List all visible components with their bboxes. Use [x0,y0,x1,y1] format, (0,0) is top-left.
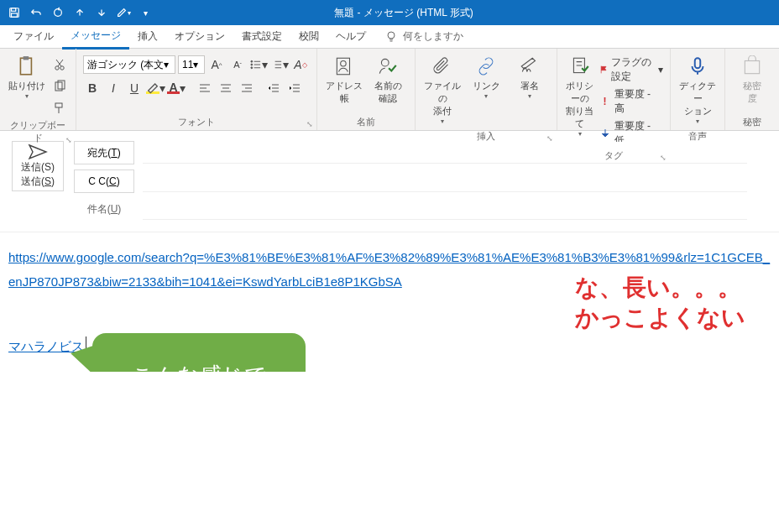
address-book-icon [333,55,355,77]
dialog-launcher-icon[interactable]: ⤡ [660,154,667,162]
compose-header: 送信(S) 送信(S) 宛先(T) C C(C) 件名(U) [0,131,779,225]
font-color-button[interactable]: A▾ [167,79,186,97]
tab-file[interactable]: ファイル [5,25,62,48]
italic-button[interactable]: I [104,79,123,97]
svg-rect-6 [24,56,29,60]
underline-button[interactable]: U [125,79,144,97]
send-icon [28,143,48,160]
tab-review[interactable]: 校閲 [290,25,327,48]
send-button[interactable]: 送信(S) 送信(S) [12,141,64,191]
svg-rect-20 [745,61,759,74]
dialog-launcher-icon[interactable]: ⤡ [546,134,553,143]
font-size-selector[interactable]: 11▾ [178,55,205,74]
callout-green: こんな感じで 短くしたい [92,333,306,372]
grow-font-icon[interactable]: A^ [207,55,226,74]
save-icon[interactable] [5,3,24,22]
edit-icon[interactable]: ▾ [114,3,133,22]
group-voice: ディクテー ション▾ 音声 [671,49,725,130]
check-names-icon [377,55,399,77]
align-right-icon[interactable] [238,79,256,97]
lightbulb-icon [384,30,398,44]
highlight-button[interactable]: ▾ [146,79,165,97]
group-font: 游ゴシック (本文▾ 11▾ A^ Aˇ ▾ ▾ A◇ B I U ▾ A▾ [76,49,317,130]
paste-icon [16,55,38,77]
ribbon: 貼り付け ▾ クリップボード⤡ 游ゴシック (本文▾ 11▾ A^ Aˇ ▾ ▾… [0,49,779,131]
tab-help[interactable]: ヘルプ [327,25,374,48]
down-arrow-icon [599,128,611,139]
check-names-button[interactable]: 名前の 確認 [368,52,408,108]
copy-icon[interactable] [50,77,69,96]
svg-rect-2 [12,13,18,17]
bullets-icon[interactable]: ▾ [249,55,268,74]
svg-point-7 [55,66,59,70]
clear-format-icon[interactable]: A◇ [291,55,310,74]
bold-button[interactable]: B [83,79,102,97]
cc-field[interactable] [143,170,747,192]
tell-me[interactable]: 何をしますか [384,29,463,44]
numbering-icon[interactable]: ▾ [270,55,289,74]
dialog-launcher-icon[interactable]: ⤡ [65,136,72,144]
window-title: 無題 - メッセージ (HTML 形式) [154,6,653,20]
cut-icon[interactable] [50,55,69,74]
svg-point-14 [251,67,253,69]
quick-access-toolbar: ▾ ▾ [0,3,154,22]
svg-point-3 [55,9,62,17]
signature-button[interactable]: 署名▾ [510,52,550,103]
svg-point-4 [388,32,395,39]
exclaim-icon: ! [599,96,611,107]
subject-field[interactable] [143,198,747,220]
high-importance-button[interactable]: !重要度 - 高 [599,87,663,116]
svg-rect-1 [12,8,16,12]
down-icon[interactable] [92,3,111,22]
svg-rect-11 [55,103,62,107]
link-icon [475,55,497,77]
indent-increase-icon[interactable] [285,79,304,97]
align-center-icon[interactable] [217,79,235,97]
tab-format[interactable]: 書式設定 [233,25,290,48]
group-clipboard: 貼り付け ▾ クリップボード⤡ [0,49,76,130]
svg-rect-5 [20,58,31,75]
paste-button[interactable]: 貼り付け ▾ [7,52,47,103]
svg-point-8 [60,66,64,70]
tab-insert[interactable]: 挿入 [129,25,166,48]
to-button[interactable]: 宛先(T) [74,141,134,164]
address-book-button[interactable]: アドレス帳 [324,52,364,108]
follow-up-button[interactable]: フラグの設定 ▾ [599,55,663,84]
sensitivity-icon [741,55,763,77]
message-body[interactable]: https://www.google.com/search?q=%E3%81%B… [0,232,779,372]
dialog-launcher-icon[interactable]: ⤡ [306,120,313,128]
shrink-font-icon[interactable]: Aˇ [228,55,247,74]
attach-file-button[interactable]: ファイルの 添付▾ [422,52,463,128]
format-painter-icon[interactable] [50,99,69,117]
svg-point-16 [341,61,347,67]
titlebar: ▾ ▾ 無題 - メッセージ (HTML 形式) [0,0,779,25]
undo-icon[interactable] [27,3,45,22]
tab-options[interactable]: オプション [166,25,233,48]
font-name-selector[interactable]: 游ゴシック (本文▾ [83,55,175,74]
dictate-button[interactable]: ディクテー ション▾ [677,52,718,128]
svg-point-13 [251,64,253,65]
annotation-red: な、長い。。。 かっこよくない [575,273,745,334]
cc-button[interactable]: C C(C) [74,170,134,193]
subject-label: 件名(U) [74,202,134,216]
up-icon[interactable] [71,3,89,22]
sensitivity-button[interactable]: 秘密 度 [732,52,772,108]
svg-rect-19 [695,58,701,68]
svg-point-17 [381,59,389,66]
group-tags: ポリシーの 割り当て▾ フラグの設定 ▾ !重要度 - 高 重要度 - 低 タグ… [557,49,671,130]
group-names: アドレス帳 名前の 確認 名前 [317,49,416,130]
flag-icon [599,64,608,76]
link-button[interactable]: リンク▾ [466,52,506,103]
policy-icon [569,55,591,77]
ribbon-tabs: ファイル メッセージ 挿入 オプション 書式設定 校閲 ヘルプ 何をしますか [0,25,779,49]
mic-icon [687,55,708,77]
qat-customize-icon[interactable]: ▾ [136,3,154,22]
assign-policy-button[interactable]: ポリシーの 割り当て▾ [564,52,596,141]
tab-message[interactable]: メッセージ [62,24,129,50]
signature-icon [519,55,541,77]
indent-decrease-icon[interactable] [264,79,283,97]
align-left-icon[interactable] [196,79,214,97]
redo-icon[interactable] [49,3,67,22]
tell-me-label: 何をしますか [403,29,463,44]
svg-point-12 [251,60,253,62]
